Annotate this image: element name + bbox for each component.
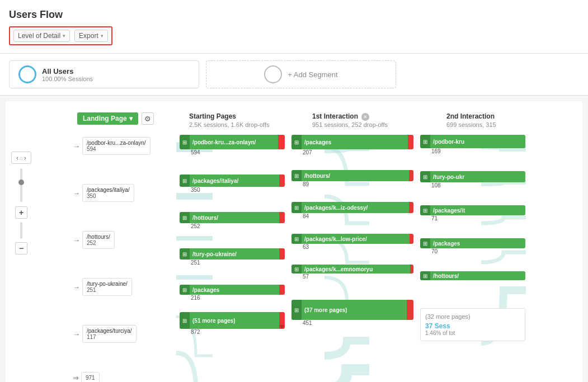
left-item-3[interactable]: → /hottours/ 252 [73, 231, 176, 249]
first-node-6-more[interactable]: ⊞ (37 more pages) 451 [291, 300, 413, 326]
toolbar-wrapper: Level of Detail ▾ Export ▾ [9, 24, 579, 53]
second-node-3-icon: ⊞ [420, 205, 430, 215]
second-node-3[interactable]: ⊞ /packages/it 71 [420, 205, 525, 221]
first-node-5-count: 57 [291, 273, 413, 280]
left-item-2[interactable]: → /packages/italiya/ 350 [73, 184, 176, 202]
export-button[interactable]: Export ▾ [74, 30, 108, 42]
first-node-6-icon: ⊞ [291, 300, 302, 320]
node-6-icon: ⊞ [180, 312, 190, 329]
left-item-5[interactable]: → /packages/turciya/ 117 [73, 325, 176, 343]
first-node-6-count: 451 [291, 320, 413, 326]
more-pages-title: (32 more pages) [425, 313, 520, 320]
all-users-segment[interactable]: All Users 100.00% Sessions [9, 60, 199, 88]
page-title: Users Flow [9, 4, 579, 24]
left-item-1[interactable]: → /podbor-kru...za-onlayn/ 594 [73, 137, 176, 155]
left-item-1-arrow-icon: → [73, 142, 80, 150]
second-node-1[interactable]: ⊞ /podbor-kru 169 [420, 135, 525, 154]
export-chevron-icon: ▾ [101, 33, 104, 39]
second-node-1-count: 169 [420, 148, 525, 154]
column-headers-row: Landing Page ▾ ⚙ Starting Pages 2.5K ses… [11, 112, 582, 129]
page-header: Users Flow Level of Detail ▾ Export ▾ [0, 0, 588, 54]
second-node-4[interactable]: ⊞ /packages 70 [420, 238, 525, 254]
second-interaction-col: ⊞ /podbor-kru 169 ⊞ /tury-po-ukr 108 [417, 135, 529, 382]
first-node-3-icon: ⊞ [291, 202, 302, 213]
second-node-1-icon: ⊞ [420, 135, 430, 148]
node-5-count: 216 [180, 295, 285, 301]
flow-wrapper: ‹ ⌂ › + − Landing Page ▾ ⚙ [6, 107, 582, 382]
starting-node-2[interactable]: ⊞ /packages/italiya/ 350 [180, 175, 285, 193]
second-interaction-col-header: 2nd Interaction 699 sessions, 315 [442, 112, 554, 129]
more-pages-sessions: 37 Sess [425, 322, 520, 330]
left-item-6-arrow-icon: ⇒ [73, 374, 79, 382]
first-node-6-green: (37 more pages) [302, 300, 407, 320]
first-node-2-count: 89 [291, 181, 413, 187]
first-node-4-icon: ⊞ [291, 234, 302, 244]
add-segment-button[interactable]: + Add Segment [206, 60, 396, 88]
first-node-5-green: /packages/k...emnomoryu [302, 265, 410, 273]
level-of-detail-button[interactable]: Level of Detail ▾ [13, 30, 70, 42]
first-node-1[interactable]: ⊞ /packages 207 [291, 135, 413, 155]
left-item-6[interactable]: ⇒ 971 [73, 372, 176, 382]
node-2-icon: ⊞ [180, 175, 190, 187]
second-node-2-green: /tury-po-ukr [430, 171, 525, 182]
segment-bar: All Users 100.00% Sessions + Add Segment [0, 54, 588, 96]
second-node-2-icon: ⊞ [420, 171, 430, 182]
first-node-4[interactable]: ⊞ /packages/k...low-price/ 63 [291, 234, 413, 250]
landing-page-chevron-icon: ▾ [129, 115, 133, 122]
landing-page-dropdown[interactable]: Landing Page ▾ [77, 112, 138, 125]
second-node-3-green: /packages/it [430, 205, 525, 215]
first-interaction-close-icon[interactable]: ✕ [361, 113, 369, 121]
node-4-red [279, 248, 285, 260]
left-item-4[interactable]: → /tury-po-ukraine/ 251 [73, 278, 176, 296]
left-item-1-box: /podbor-kru...za-onlayn/ 594 [82, 137, 150, 155]
node-3-icon: ⊞ [180, 212, 190, 223]
node-3-green: /hottours/ [190, 212, 279, 223]
second-node-5-green: /hottours/ [430, 271, 525, 280]
node-5-green: /packages [190, 285, 279, 295]
more-pages-box[interactable]: (32 more pages) 37 Sess 1.46% of tot [420, 308, 525, 341]
first-node-2[interactable]: ⊞ /hottours/ 89 [291, 170, 413, 187]
first-node-1-count: 207 [291, 149, 413, 155]
node-3-red [279, 212, 285, 223]
segment-text: All Users 100.00% Sessions [42, 67, 93, 82]
left-item-6-box: 971 [81, 372, 100, 382]
second-node-4-icon: ⊞ [420, 238, 430, 248]
first-node-1-green: /packages [302, 135, 408, 149]
second-node-3-count: 71 [420, 215, 525, 221]
second-node-2[interactable]: ⊞ /tury-po-ukr 108 [420, 171, 525, 188]
landing-page-gear-icon[interactable]: ⚙ [142, 112, 154, 125]
starting-pages-col-header: Starting Pages 2.5K sessions, 1.6K drop-… [185, 112, 308, 129]
node-4-count: 251 [180, 260, 285, 266]
node-2-red [279, 175, 285, 187]
second-node-5-icon: ⊞ [420, 271, 430, 280]
flow-rows: → /podbor-kru...za-onlayn/ 594 → /packag… [11, 135, 582, 382]
first-interaction-col: ⊞ /packages 207 ⊞ /hottours/ 89 [288, 135, 417, 382]
second-node-2-count: 108 [420, 182, 525, 188]
starting-node-3[interactable]: ⊞ /hottours/ 252 [180, 212, 285, 229]
node-1-icon: ⊞ [180, 135, 190, 149]
first-node-5[interactable]: ⊞ /packages/k...emnomoryu 57 [291, 265, 413, 280]
left-items-col: → /podbor-kru...za-onlayn/ 594 → /packag… [73, 135, 176, 382]
node-3-count: 252 [180, 223, 285, 229]
second-node-1-green: /podbor-kru [430, 135, 525, 148]
node-1-count: 594 [180, 149, 285, 155]
starting-node-5[interactable]: ⊞ /packages 216 [180, 285, 285, 301]
landing-page-col-header: Landing Page ▾ ⚙ [73, 112, 185, 129]
node-2-count: 350 [180, 187, 285, 193]
first-node-4-count: 63 [291, 244, 413, 250]
second-node-4-green: /packages [430, 238, 525, 248]
starting-node-4[interactable]: ⊞ /tury-po-ukraine/ 251 [180, 248, 285, 266]
toolbar: Level of Detail ▾ Export ▾ [9, 26, 112, 45]
first-node-5-red [410, 265, 413, 273]
first-node-1-icon: ⊞ [291, 135, 302, 149]
starting-node-6[interactable]: ⊞ (51 more pages) 872 [180, 312, 285, 335]
level-of-detail-chevron-icon: ▾ [63, 33, 65, 39]
second-node-4-count: 70 [420, 248, 525, 254]
node-6-red [279, 312, 285, 329]
starting-node-1[interactable]: ⊞ /podbor-kru...za-onlayn/ 594 [180, 135, 285, 155]
first-node-3[interactable]: ⊞ /packages/k...iz-odessy/ 84 [291, 202, 413, 219]
starting-pages-col: ⊞ /podbor-kru...za-onlayn/ 594 ⊞ /packag… [176, 135, 288, 382]
second-node-5[interactable]: ⊞ /hottours/ [420, 271, 525, 280]
left-item-3-box: /hottours/ 252 [82, 231, 115, 249]
more-pages-percent: 1.46% of tot [425, 330, 520, 336]
